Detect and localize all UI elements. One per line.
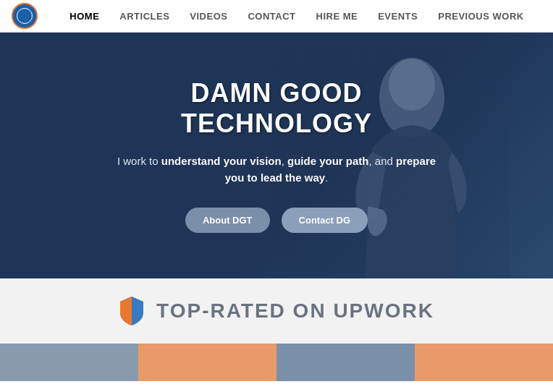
- hero-subtitle-text3: , and: [369, 155, 397, 167]
- hero-content: DAMN GOOD TECHNOLOGY I work to understan…: [96, 78, 457, 233]
- hero-subtitle-bold2: guide your path: [287, 155, 369, 167]
- nav-link-videos[interactable]: VIDEOS: [190, 11, 227, 22]
- nav-item-contact[interactable]: CONTACT: [248, 9, 295, 22]
- upwork-title: TOP-RATED ON UPWORK: [156, 299, 434, 323]
- nav-item-events[interactable]: EVENTS: [378, 9, 418, 22]
- hero-subtitle-text4: .: [325, 171, 328, 184]
- upwork-section: TOP-RATED ON UPWORK: [0, 278, 553, 344]
- nav-links: HOME ARTICLES VIDEOS CONTACT HIRE ME EVE…: [52, 9, 541, 22]
- logo-inner: [17, 8, 33, 24]
- hero-buttons: About DGT Contact DG: [110, 208, 443, 233]
- hero-subtitle: I work to understand your vision, guide …: [110, 153, 443, 186]
- hero-subtitle-bold1: understand your vision: [161, 155, 282, 167]
- color-bar-1: [0, 344, 138, 381]
- nav-item-hireme[interactable]: HIRE ME: [316, 9, 358, 22]
- nav-link-events[interactable]: EVENTS: [378, 11, 418, 22]
- color-bars: [0, 344, 553, 381]
- nav-link-contact[interactable]: CONTACT: [248, 11, 295, 22]
- hero-title: DAMN GOOD TECHNOLOGY: [110, 78, 443, 139]
- hero-section: DAMN GOOD TECHNOLOGY I work to understan…: [0, 33, 553, 278]
- nav-item-home[interactable]: HOME: [69, 9, 99, 22]
- site-logo[interactable]: [12, 3, 38, 29]
- color-bar-4: [415, 344, 553, 381]
- contact-dg-button[interactable]: Contact DG: [282, 208, 368, 233]
- nav-item-articles[interactable]: ARTICLES: [119, 9, 169, 22]
- hero-subtitle-text1: I work to: [117, 155, 161, 167]
- color-bar-3: [276, 344, 415, 381]
- color-bar-2: [138, 344, 276, 381]
- nav-link-prevwork[interactable]: PREVIOUS WORK: [438, 11, 523, 22]
- nav-link-hireme[interactable]: HIRE ME: [316, 11, 358, 22]
- nav-item-prevwork[interactable]: PREVIOUS WORK: [438, 9, 523, 22]
- upwork-shield-icon: [119, 295, 145, 327]
- nav-link-home[interactable]: HOME: [69, 11, 99, 22]
- navbar: HOME ARTICLES VIDEOS CONTACT HIRE ME EVE…: [0, 0, 553, 33]
- nav-item-videos[interactable]: VIDEOS: [190, 9, 227, 22]
- nav-link-articles[interactable]: ARTICLES: [119, 11, 169, 22]
- hero-subtitle-text2: ,: [282, 155, 287, 167]
- about-dgt-button[interactable]: About DGT: [185, 208, 270, 233]
